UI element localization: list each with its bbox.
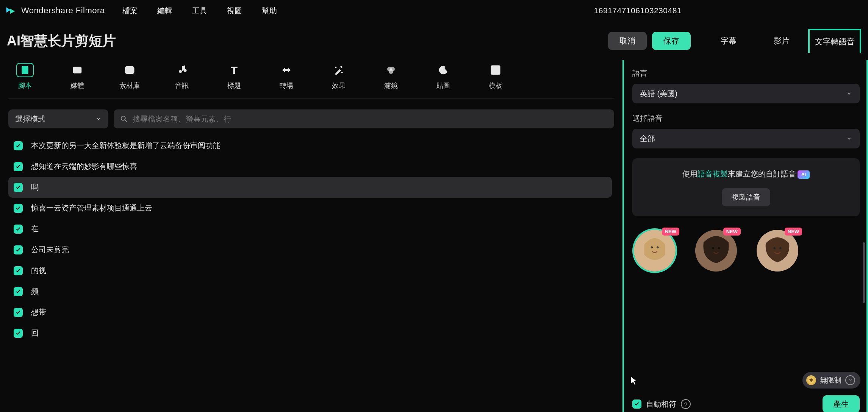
tool-library[interactable]: 素材庫 xyxy=(115,63,144,90)
right-tabs: 字幕 影片 文字轉語音 xyxy=(702,29,861,53)
script-checkbox[interactable] xyxy=(14,308,23,317)
svg-point-21 xyxy=(651,246,653,248)
script-checkbox[interactable] xyxy=(14,266,23,275)
menu-edit[interactable]: 編輯 xyxy=(157,6,172,16)
menu-help[interactable]: 幫助 xyxy=(262,6,277,16)
template-icon xyxy=(487,63,504,77)
language-select[interactable]: 英語 (美國) xyxy=(632,84,860,103)
menubar-items: 檔案 編輯 工具 視圖 幫助 xyxy=(122,6,277,16)
transition-icon xyxy=(278,63,295,77)
tool-filter[interactable]: 濾鏡 xyxy=(377,63,405,90)
menu-tools[interactable]: 工具 xyxy=(192,6,207,16)
new-badge: NEW xyxy=(785,228,802,236)
script-checkbox[interactable] xyxy=(14,204,23,213)
svg-point-17 xyxy=(121,116,125,120)
sticker-icon xyxy=(435,63,452,77)
script-row[interactable]: 想知道在云端的妙影有哪些惊喜 xyxy=(8,156,612,177)
new-badge: NEW xyxy=(723,228,741,236)
avatar xyxy=(757,230,798,272)
menu-view[interactable]: 視圖 xyxy=(227,6,242,16)
script-row[interactable]: 想带 xyxy=(8,302,612,323)
auto-match-checkbox[interactable] xyxy=(632,400,641,409)
clone-suffix: 來建立您的自訂語音 xyxy=(728,170,796,178)
tab-tts[interactable]: 文字轉語音 xyxy=(808,29,861,53)
script-row[interactable]: 在 xyxy=(8,218,612,239)
script-checkbox[interactable] xyxy=(14,141,23,150)
svg-point-25 xyxy=(712,247,715,250)
script-text: 想带 xyxy=(31,307,46,317)
script-text: 想知道在云端的妙影有哪些惊喜 xyxy=(31,161,137,172)
mode-select[interactable]: 選擇模式 xyxy=(8,109,108,128)
save-button[interactable]: 保存 xyxy=(652,32,691,50)
script-checkbox[interactable] xyxy=(14,162,23,171)
script-text: 吗 xyxy=(31,182,39,192)
tool-label: 濾鏡 xyxy=(384,81,398,90)
tool-template[interactable]: 模板 xyxy=(481,63,510,90)
unlimited-label: 無限制 xyxy=(820,375,841,385)
tool-label: 素材庫 xyxy=(119,81,140,90)
voice-filter-select[interactable]: 全部 xyxy=(632,129,860,148)
tool-audio[interactable]: 音訊 xyxy=(167,63,196,90)
language-value: 英語 (美國) xyxy=(640,89,677,99)
script-row[interactable]: 吗 xyxy=(8,177,612,198)
session-id: 1691747106103230481 xyxy=(594,6,682,15)
chevron-down-icon xyxy=(846,136,852,142)
script-checkbox[interactable] xyxy=(14,287,23,296)
chevron-down-icon xyxy=(95,116,102,122)
help-icon[interactable]: ? xyxy=(681,399,691,409)
help-icon[interactable]: ? xyxy=(845,375,855,385)
scrollbar-thumb[interactable] xyxy=(863,242,865,303)
script-checkbox[interactable] xyxy=(14,183,23,192)
voice-filter-value: 全部 xyxy=(640,134,655,144)
tool-transition[interactable]: 轉場 xyxy=(272,63,301,90)
script-checkbox[interactable] xyxy=(14,329,23,338)
menubar: Wondershare Filmora 檔案 編輯 工具 視圖 幫助 16917… xyxy=(0,0,868,21)
tool-effect[interactable]: 效果 xyxy=(324,63,353,90)
tool-script[interactable]: A 腳本 xyxy=(11,63,39,90)
unlimited-pill[interactable]: 無限制 ? xyxy=(802,372,860,389)
tab-video[interactable]: 影片 xyxy=(755,29,808,53)
tool-label: 媒體 xyxy=(70,81,84,90)
script-row[interactable]: 回 xyxy=(8,323,612,343)
svg-point-7 xyxy=(127,69,129,71)
tool-sticker[interactable]: 貼圖 xyxy=(429,63,458,90)
search-icon xyxy=(120,115,128,123)
search-input[interactable] xyxy=(133,115,608,123)
tool-media[interactable]: 媒體 xyxy=(63,63,92,90)
clone-voice-button[interactable]: 複製語音 xyxy=(722,188,770,206)
tts-panel: 語言 英語 (美國) 選擇語音 全部 使用語音複製來建立您的自訂語音AI 複製語… xyxy=(622,60,868,412)
diamond-icon xyxy=(806,375,816,385)
tab-subtitles[interactable]: 字幕 xyxy=(702,29,755,53)
cancel-button[interactable]: 取消 xyxy=(608,32,647,50)
voice-option-2[interactable]: NEW xyxy=(695,230,737,272)
menu-file[interactable]: 檔案 xyxy=(122,6,138,16)
svg-line-18 xyxy=(125,120,127,122)
tts-bottom-row: 自動相符 ? 產生 xyxy=(632,392,860,412)
svg-text:A: A xyxy=(23,67,27,73)
script-row[interactable]: 公司未剪完 xyxy=(8,239,612,260)
svg-marker-31 xyxy=(809,378,813,382)
tool-title[interactable]: 標題 xyxy=(220,63,249,90)
script-row[interactable]: 本次更新的另一大全新体验就是新增了云端备份审阅功能 xyxy=(8,135,612,156)
language-label: 語言 xyxy=(632,68,860,78)
clone-link[interactable]: 語音複製 xyxy=(698,170,728,178)
app-logo-icon xyxy=(5,5,17,17)
svg-point-29 xyxy=(774,247,776,250)
clone-text: 使用語音複製來建立您的自訂語音AI xyxy=(682,169,810,179)
chevron-down-icon xyxy=(846,91,852,97)
audio-icon xyxy=(173,63,191,77)
new-badge: NEW xyxy=(662,228,679,236)
tool-label: 標題 xyxy=(227,81,241,90)
script-row[interactable]: 的视 xyxy=(8,260,612,281)
script-checkbox[interactable] xyxy=(14,225,23,234)
voice-option-1[interactable]: NEW xyxy=(634,230,676,272)
search-box[interactable] xyxy=(114,109,614,128)
script-checkbox[interactable] xyxy=(14,245,23,254)
script-icon: A xyxy=(16,63,34,77)
script-row[interactable]: 频 xyxy=(8,281,612,302)
voice-option-3[interactable]: NEW xyxy=(757,230,798,272)
generate-button[interactable]: 產生 xyxy=(823,395,860,412)
effect-icon xyxy=(330,63,347,77)
script-row[interactable]: 惊喜一云资产管理素材项目通通上云 xyxy=(8,198,612,218)
left-pane: A 腳本 媒體 素材庫 音訊 標題 轉場 xyxy=(0,60,622,412)
